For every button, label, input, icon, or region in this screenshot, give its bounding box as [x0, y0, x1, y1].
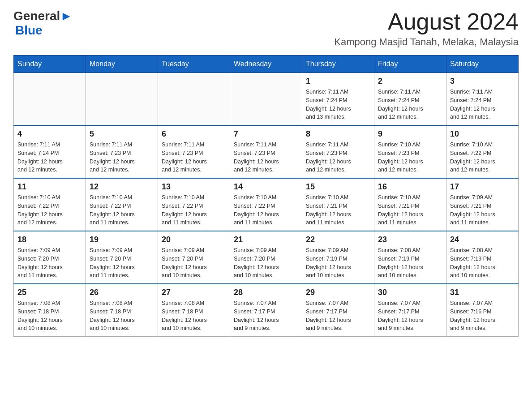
day-number: 17 [450, 182, 515, 192]
day-info: Sunrise: 7:08 AMSunset: 7:19 PMDaylight:… [450, 246, 515, 280]
calendar-cell: 21Sunrise: 7:09 AMSunset: 7:20 PMDayligh… [230, 231, 302, 284]
calendar-cell: 15Sunrise: 7:10 AMSunset: 7:21 PMDayligh… [302, 178, 374, 231]
calendar-cell: 12Sunrise: 7:10 AMSunset: 7:22 PMDayligh… [86, 178, 158, 231]
day-info: Sunrise: 7:08 AMSunset: 7:19 PMDaylight:… [378, 246, 442, 280]
calendar-cell: 10Sunrise: 7:10 AMSunset: 7:22 PMDayligh… [446, 125, 519, 178]
day-info: Sunrise: 7:11 AMSunset: 7:24 PMDaylight:… [450, 88, 515, 121]
day-number: 7 [234, 129, 298, 139]
calendar-cell: 17Sunrise: 7:09 AMSunset: 7:21 PMDayligh… [446, 178, 519, 231]
page-header: General ► Blue August 2024 Kampong Masji… [13, 9, 519, 48]
day-number: 5 [90, 129, 154, 139]
day-info: Sunrise: 7:09 AMSunset: 7:20 PMDaylight:… [90, 246, 154, 280]
weekday-header-thursday: Thursday [302, 56, 374, 73]
calendar-cell: 20Sunrise: 7:09 AMSunset: 7:20 PMDayligh… [158, 231, 230, 284]
day-number: 24 [450, 235, 515, 244]
day-number: 10 [450, 129, 515, 139]
weekday-header-saturday: Saturday [446, 56, 519, 73]
calendar-cell: 25Sunrise: 7:08 AMSunset: 7:18 PMDayligh… [14, 284, 86, 337]
calendar-cell: 3Sunrise: 7:11 AMSunset: 7:24 PMDaylight… [446, 73, 519, 126]
calendar-cell: 19Sunrise: 7:09 AMSunset: 7:20 PMDayligh… [86, 231, 158, 284]
calendar-cell: 27Sunrise: 7:08 AMSunset: 7:18 PMDayligh… [158, 284, 230, 337]
calendar-cell: 1Sunrise: 7:11 AMSunset: 7:24 PMDaylight… [302, 73, 374, 126]
day-info: Sunrise: 7:08 AMSunset: 7:18 PMDaylight:… [17, 299, 82, 333]
day-number: 22 [306, 235, 370, 244]
day-info: Sunrise: 7:10 AMSunset: 7:21 PMDaylight:… [378, 193, 442, 227]
day-number: 12 [90, 182, 154, 192]
calendar-cell: 9Sunrise: 7:10 AMSunset: 7:23 PMDaylight… [374, 125, 446, 178]
calendar-cell: 11Sunrise: 7:10 AMSunset: 7:22 PMDayligh… [14, 178, 86, 231]
day-number: 21 [234, 235, 298, 244]
calendar-cell [158, 73, 230, 126]
day-number: 29 [306, 288, 370, 297]
month-title: August 2024 [334, 9, 519, 34]
calendar-cell [230, 73, 302, 126]
calendar-cell: 26Sunrise: 7:08 AMSunset: 7:18 PMDayligh… [86, 284, 158, 337]
calendar-cell: 7Sunrise: 7:11 AMSunset: 7:23 PMDaylight… [230, 125, 302, 178]
day-number: 13 [162, 182, 226, 192]
location-subtitle: Kampong Masjid Tanah, Melaka, Malaysia [334, 36, 519, 48]
day-number: 31 [450, 288, 515, 297]
day-info: Sunrise: 7:09 AMSunset: 7:21 PMDaylight:… [450, 193, 515, 227]
day-number: 15 [306, 182, 370, 192]
calendar-cell [86, 73, 158, 126]
weekday-header-row: SundayMondayTuesdayWednesdayThursdayFrid… [14, 56, 519, 73]
calendar-cell: 23Sunrise: 7:08 AMSunset: 7:19 PMDayligh… [374, 231, 446, 284]
weekday-header-sunday: Sunday [14, 56, 86, 73]
calendar-cell: 8Sunrise: 7:11 AMSunset: 7:23 PMDaylight… [302, 125, 374, 178]
day-number: 16 [378, 182, 442, 192]
day-info: Sunrise: 7:11 AMSunset: 7:24 PMDaylight:… [378, 88, 442, 121]
day-number: 1 [306, 77, 370, 86]
day-number: 30 [378, 288, 442, 297]
weekday-header-tuesday: Tuesday [158, 56, 230, 73]
day-number: 11 [17, 182, 82, 192]
calendar-cell: 18Sunrise: 7:09 AMSunset: 7:20 PMDayligh… [14, 231, 86, 284]
calendar-cell: 22Sunrise: 7:09 AMSunset: 7:19 PMDayligh… [302, 231, 374, 284]
calendar-cell: 24Sunrise: 7:08 AMSunset: 7:19 PMDayligh… [446, 231, 519, 284]
calendar-week-row: 11Sunrise: 7:10 AMSunset: 7:22 PMDayligh… [14, 178, 519, 231]
day-number: 4 [17, 129, 82, 139]
calendar-cell: 13Sunrise: 7:10 AMSunset: 7:22 PMDayligh… [158, 178, 230, 231]
calendar-cell: 16Sunrise: 7:10 AMSunset: 7:21 PMDayligh… [374, 178, 446, 231]
day-info: Sunrise: 7:11 AMSunset: 7:24 PMDaylight:… [306, 88, 370, 121]
day-info: Sunrise: 7:11 AMSunset: 7:23 PMDaylight:… [234, 141, 298, 174]
calendar-cell: 30Sunrise: 7:07 AMSunset: 7:17 PMDayligh… [374, 284, 446, 337]
day-info: Sunrise: 7:10 AMSunset: 7:21 PMDaylight:… [306, 193, 370, 227]
day-number: 9 [378, 129, 442, 139]
logo-general-text: General [13, 9, 60, 23]
day-info: Sunrise: 7:07 AMSunset: 7:17 PMDaylight:… [306, 299, 370, 333]
day-info: Sunrise: 7:09 AMSunset: 7:20 PMDaylight:… [162, 246, 226, 280]
calendar-week-row: 25Sunrise: 7:08 AMSunset: 7:18 PMDayligh… [14, 284, 519, 337]
day-info: Sunrise: 7:07 AMSunset: 7:17 PMDaylight:… [234, 299, 298, 333]
day-info: Sunrise: 7:09 AMSunset: 7:20 PMDaylight:… [234, 246, 298, 280]
day-info: Sunrise: 7:10 AMSunset: 7:22 PMDaylight:… [234, 193, 298, 227]
title-section: August 2024 Kampong Masjid Tanah, Melaka… [334, 9, 519, 48]
day-info: Sunrise: 7:10 AMSunset: 7:22 PMDaylight:… [90, 193, 154, 227]
calendar-cell: 31Sunrise: 7:07 AMSunset: 7:16 PMDayligh… [446, 284, 519, 337]
day-number: 20 [162, 235, 226, 244]
day-info: Sunrise: 7:10 AMSunset: 7:22 PMDaylight:… [450, 141, 515, 174]
calendar-week-row: 1Sunrise: 7:11 AMSunset: 7:24 PMDaylight… [14, 73, 519, 126]
day-info: Sunrise: 7:07 AMSunset: 7:17 PMDaylight:… [378, 299, 442, 333]
day-number: 18 [17, 235, 82, 244]
logo-blue-text: Blue [15, 23, 43, 38]
weekday-header-wednesday: Wednesday [230, 56, 302, 73]
logo: General ► Blue [13, 9, 73, 38]
calendar-cell [14, 73, 86, 126]
day-number: 8 [306, 129, 370, 139]
day-number: 23 [378, 235, 442, 244]
calendar-cell: 14Sunrise: 7:10 AMSunset: 7:22 PMDayligh… [230, 178, 302, 231]
day-info: Sunrise: 7:11 AMSunset: 7:23 PMDaylight:… [162, 141, 226, 174]
logo-arrow-icon: ► [60, 9, 73, 23]
day-info: Sunrise: 7:09 AMSunset: 7:19 PMDaylight:… [306, 246, 370, 280]
day-number: 2 [378, 77, 442, 86]
calendar-cell: 29Sunrise: 7:07 AMSunset: 7:17 PMDayligh… [302, 284, 374, 337]
day-number: 25 [17, 288, 82, 297]
day-info: Sunrise: 7:11 AMSunset: 7:23 PMDaylight:… [90, 141, 154, 174]
day-number: 6 [162, 129, 226, 139]
day-info: Sunrise: 7:11 AMSunset: 7:24 PMDaylight:… [17, 141, 82, 174]
day-number: 28 [234, 288, 298, 297]
day-info: Sunrise: 7:10 AMSunset: 7:23 PMDaylight:… [378, 141, 442, 174]
day-info: Sunrise: 7:10 AMSunset: 7:22 PMDaylight:… [162, 193, 226, 227]
calendar-table: SundayMondayTuesdayWednesdayThursdayFrid… [13, 55, 519, 337]
calendar-cell: 6Sunrise: 7:11 AMSunset: 7:23 PMDaylight… [158, 125, 230, 178]
